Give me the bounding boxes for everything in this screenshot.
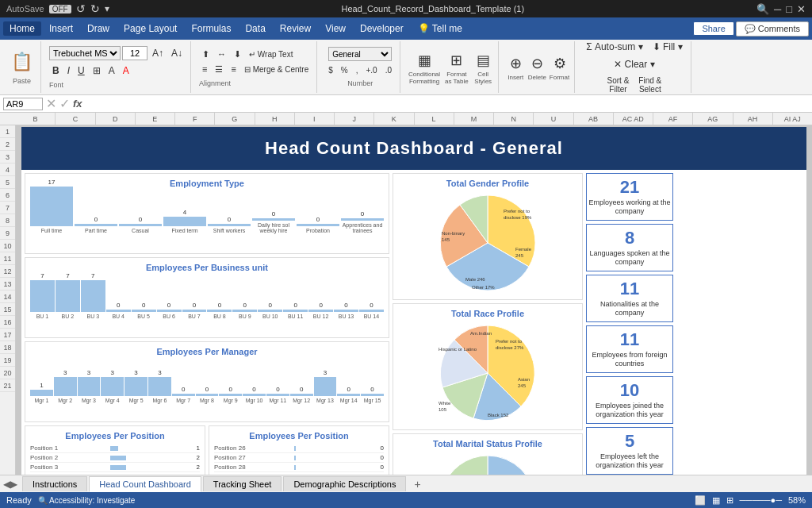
row-num-14: 14 (0, 291, 15, 303)
bold-button[interactable]: B (49, 64, 63, 78)
shrink-font-button[interactable]: A↓ (168, 46, 186, 60)
currency-button[interactable]: $ (325, 64, 336, 76)
marital-status-chart: Total Marital Status Profile Married 233 (393, 433, 583, 475)
menu-data[interactable]: Data (239, 21, 271, 36)
merge-center-button[interactable]: ⊟ Merge & Centre (241, 64, 312, 75)
delete-button[interactable]: ⊖ (528, 53, 546, 74)
find-select-button[interactable]: Find &Select (635, 75, 665, 95)
cell-styles-button[interactable]: ▤ (473, 50, 493, 71)
undo-icon[interactable]: ↺ (76, 2, 86, 15)
menu-review[interactable]: Review (274, 21, 317, 36)
conditional-formatting-button[interactable]: ▦ (415, 50, 435, 71)
clipboard-label: Paste (13, 77, 31, 85)
row-num-21: 21 (0, 379, 15, 392)
race-title: Total Race Profile (398, 309, 577, 318)
maximize-icon[interactable]: □ (786, 3, 792, 15)
col-header-g: G (215, 113, 255, 125)
menu-insert[interactable]: Insert (43, 21, 79, 36)
menu-home[interactable]: Home (3, 21, 41, 36)
menu-view[interactable]: View (319, 21, 352, 36)
autosave-toggle[interactable]: OFF (49, 5, 71, 13)
menu-tell-me[interactable]: 💡 Tell me (412, 21, 469, 36)
wrap-text-button[interactable]: ↵ Wrap Text (246, 48, 296, 60)
svg-text:Asian: Asian (518, 377, 530, 382)
border-button[interactable]: ⊞ (90, 64, 104, 78)
view-normal-icon[interactable]: ⬜ (695, 495, 706, 506)
row-num-12: 12 (0, 265, 15, 278)
menu-draw[interactable]: Draw (81, 21, 116, 36)
gender-pie-wrapper: Prefer not to disclose 19% Female 245 Ma… (398, 191, 577, 294)
comma-button[interactable]: , (353, 64, 362, 76)
tab-instructions[interactable]: Instructions (22, 476, 87, 491)
sort-filter-button[interactable]: Sort &Filter (604, 75, 633, 95)
stat-label-21: Employees working at the company (588, 198, 671, 216)
close-icon[interactable]: ✕ (797, 3, 806, 15)
view-break-icon[interactable]: ⊞ (726, 495, 733, 506)
tab-tracking-sheet[interactable]: Tracking Sheet (203, 476, 282, 491)
minimize-icon[interactable]: ─ (774, 3, 781, 15)
align-middle-button[interactable]: ↔ (214, 48, 229, 60)
share-button[interactable]: Share (693, 21, 733, 36)
comments-button[interactable]: 💬 Comments (736, 21, 809, 37)
fill-color-button[interactable]: A (105, 64, 118, 78)
align-center-button[interactable]: ☰ (212, 63, 226, 76)
employment-type-chart: Employment Type 17 Full time 0 (25, 173, 389, 254)
font-size-input[interactable] (122, 46, 147, 60)
search-icon[interactable]: 🔍 (756, 3, 769, 15)
col-header-ai: AI AJ (773, 113, 812, 125)
font-color-button[interactable]: A (120, 64, 132, 78)
col-header-u: U (534, 113, 573, 125)
tab-add-button[interactable]: + (408, 476, 427, 492)
autosum-button[interactable]: Σ Auto-sum ▾ (583, 40, 645, 54)
format-as-table-button[interactable]: ⊞ (447, 50, 465, 71)
italic-button[interactable]: I (64, 64, 73, 78)
paste-button[interactable]: 📋 (8, 50, 36, 74)
view-layout-icon[interactable]: ▦ (712, 495, 720, 506)
number-format-select[interactable]: General (328, 47, 392, 61)
sheet-tabs: ◀ ▶ Instructions Head Count Dashboard Tr… (0, 475, 812, 492)
row-num-16: 16 (0, 316, 15, 329)
formula-input[interactable] (86, 99, 809, 109)
grow-font-button[interactable]: A↑ (149, 46, 167, 60)
stat-number-11a: 11 (620, 279, 639, 298)
clear-button[interactable]: ✕ Clear ▾ (611, 57, 657, 71)
tab-prev-icon[interactable]: ◀ (3, 479, 10, 490)
align-top-button[interactable]: ⬆ (199, 48, 213, 61)
increase-decimal-button[interactable]: +.0 (363, 64, 381, 76)
bar-part-time: 0 Part time (75, 216, 117, 234)
stat-number-8: 8 (625, 229, 634, 248)
decrease-decimal-button[interactable]: .0 (382, 64, 395, 76)
align-row1: ⬆ ↔ ⬇ ↵ Wrap Text (199, 48, 296, 61)
align-left-button[interactable]: ≡ (199, 63, 210, 75)
menu-page-layout[interactable]: Page Layout (117, 21, 183, 36)
zoom-slider[interactable]: ─────●─ (740, 495, 782, 505)
col-header-e: E (136, 113, 175, 125)
number-row: $ % , +.0 .0 (325, 64, 395, 76)
fx-label: fx (73, 98, 82, 110)
cell-reference[interactable] (3, 98, 43, 110)
row-num-10: 10 (0, 240, 15, 252)
spreadsheet-content[interactable]: Head Count Dashboard - General Employmen… (16, 125, 812, 475)
customize-icon[interactable]: ▾ (105, 3, 109, 14)
tab-demographic-descriptions[interactable]: Demographic Descriptions (283, 476, 406, 491)
positions-left-chart: Employees Per Position Position 11 Posit… (25, 425, 205, 475)
insert-button[interactable]: ⊕ (507, 53, 525, 74)
marital-pie-wrapper: Married 233 Single 420 Widowed 105 Divor… (398, 452, 577, 475)
underline-button[interactable]: U (75, 64, 88, 78)
redo-icon[interactable]: ↻ (90, 2, 100, 15)
fill-button[interactable]: ⬇ Fill ▾ (649, 40, 686, 54)
align-right-button[interactable]: ≡ (228, 63, 239, 75)
menu-developer[interactable]: Developer (354, 21, 410, 36)
tab-head-count-dashboard[interactable]: Head Count Dashboard (89, 476, 201, 492)
stat-languages: 8 Languages spoken at the company (586, 224, 673, 271)
marital-title: Total Marital Status Profile (398, 439, 577, 448)
percent-button[interactable]: % (338, 64, 351, 76)
font-family-select[interactable]: Trebuchet MS (49, 46, 121, 60)
formula-check-icon: ✓ (59, 96, 70, 111)
format-button[interactable]: ⚙ (550, 53, 569, 74)
stat-label-8: Languages spoken at the company (588, 249, 671, 267)
tab-next-icon[interactable]: ▶ (10, 479, 17, 490)
dashboard-title: Head Count Dashboard - General (21, 127, 806, 170)
menu-formulas[interactable]: Formulas (185, 21, 237, 36)
align-bottom-button[interactable]: ⬇ (231, 48, 244, 61)
